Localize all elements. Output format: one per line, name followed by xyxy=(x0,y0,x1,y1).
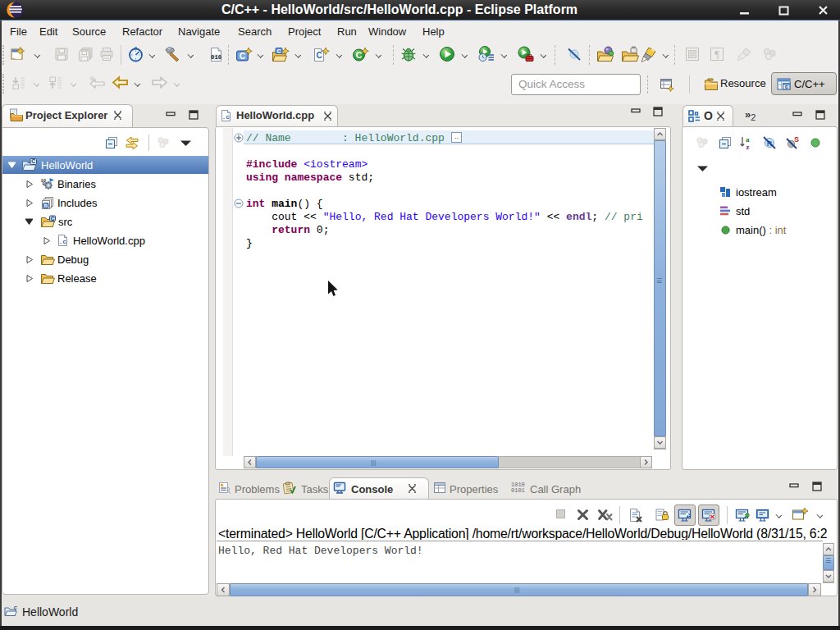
svg-text:.c: .c xyxy=(221,113,230,121)
svg-text:C: C xyxy=(276,48,281,54)
svg-text:c: c xyxy=(785,84,788,89)
svg-text:S: S xyxy=(794,135,799,144)
svg-text:¶: ¶ xyxy=(714,48,719,60)
svg-text:h: h xyxy=(44,203,48,208)
svg-text:C: C xyxy=(51,216,55,221)
svg-text:.c: .c xyxy=(58,238,66,245)
svg-text:C: C xyxy=(240,52,245,61)
svg-text:010: 010 xyxy=(211,54,221,61)
svg-text:C: C xyxy=(316,51,322,60)
svg-text:C: C xyxy=(31,158,35,164)
svg-text:C: C xyxy=(14,605,17,610)
svg-text:z: z xyxy=(746,143,750,150)
